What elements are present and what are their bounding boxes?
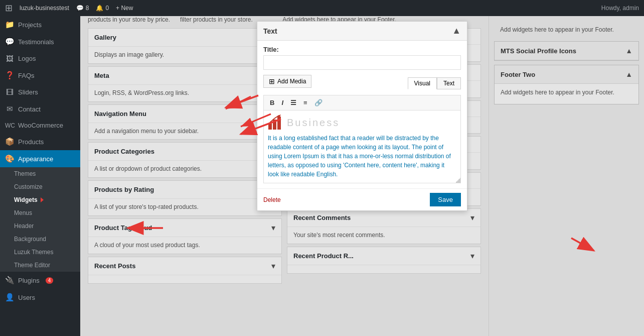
sidebar-item-products[interactable]: 📦 Products	[0, 133, 80, 150]
themes-label: Themes	[14, 170, 36, 177]
new-label: + New	[116, 5, 133, 12]
resize-handle[interactable]	[455, 178, 460, 183]
sidebar-label-users: Users	[18, 294, 35, 301]
brand-chart-icon	[268, 115, 284, 131]
popup-header: Text ▲	[257, 22, 467, 41]
svg-rect-1	[273, 120, 276, 130]
appearance-submenu: Themes Customize Widgets Menus Header Ba…	[0, 167, 80, 272]
save-button[interactable]: Save	[430, 193, 461, 206]
sidebar-sub-menus[interactable]: Menus	[0, 206, 80, 219]
svg-line-4	[226, 96, 251, 109]
sidebar-item-testimonials[interactable]: 💬 Testimonials	[0, 33, 80, 50]
sidebar-label-faqs: FAQs	[18, 72, 35, 79]
products-icon: 📦	[5, 137, 14, 146]
ordered-list-button[interactable]: ≡	[300, 97, 310, 108]
howdy-label: Howdy, admin	[601, 5, 639, 12]
editor-text-content: It is a long established fact that a rea…	[268, 134, 456, 179]
sidebar-label-appearance: Appearance	[18, 155, 53, 163]
sidebar-sub-widgets[interactable]: Widgets	[0, 193, 80, 206]
arrow1	[226, 96, 251, 109]
brand-text-label: Business	[287, 115, 340, 130]
add-media-label: Add Media	[277, 78, 306, 85]
italic-button[interactable]: I	[278, 97, 286, 108]
faqs-icon: ❓	[5, 71, 14, 80]
main-wrap: 📁 Projects 💬 Testimonials 🖼 Logos ❓ FAQs…	[0, 16, 644, 336]
editor-toolbar: B I ☰ ≡ 🔗	[263, 95, 461, 110]
popup-title: Text	[263, 27, 277, 35]
appearance-icon: 🎨	[5, 154, 14, 163]
text-tab-label: Text	[443, 80, 454, 87]
sidebar-sub-background[interactable]: Background	[0, 233, 80, 246]
editor-tabs: Visual Text	[408, 77, 461, 89]
widgets-arrow-indicator	[41, 197, 44, 202]
comment-count: 8	[86, 5, 89, 12]
popup-footer: Delete Save	[257, 188, 467, 210]
sidebar-label-sliders: Sliders	[18, 88, 38, 96]
header-label: Header	[14, 222, 34, 230]
sidebar-item-contact[interactable]: ✉ Contact	[0, 100, 80, 118]
sidebar-item-faqs[interactable]: ❓ FAQs	[0, 67, 80, 84]
sidebar-item-sliders[interactable]: 🎞 Sliders	[0, 84, 80, 100]
testimonials-icon: 💬	[5, 37, 14, 46]
theme-editor-label: Theme Editor	[14, 262, 50, 269]
sliders-icon: 🎞	[5, 88, 14, 96]
add-media-button[interactable]: ⊞ Add Media	[263, 75, 311, 88]
add-media-icon: ⊞	[269, 77, 275, 85]
widgets-label: Widgets	[14, 196, 38, 203]
customize-label: Customize	[14, 183, 43, 190]
text-widget-popup: Text ▲ Title: ⊞ Add Media Visual	[257, 21, 467, 211]
contact-icon: ✉	[5, 104, 14, 114]
background-label: Background	[14, 236, 46, 243]
visual-tab-button[interactable]: Visual	[408, 77, 437, 89]
editor-content: Business It is a long established fact t…	[268, 115, 456, 179]
sidebar-sub-customize[interactable]: Customize	[0, 180, 80, 193]
editor-area-wrap: Business It is a long established fact t…	[263, 110, 461, 183]
admin-bar: ⊞ luzuk-businesstest 💬 8 🔔 0 + New Howdy…	[0, 0, 644, 16]
logos-icon: 🖼	[5, 54, 14, 63]
link-button[interactable]: 🔗	[311, 97, 326, 108]
sidebar-sub-themes[interactable]: Themes	[0, 167, 80, 180]
sidebar-label-contact: Contact	[18, 105, 41, 113]
sidebar-label-logos: Logos	[18, 55, 36, 62]
luzuk-themes-label: Luzuk Themes	[14, 249, 54, 256]
menus-label: Menus	[14, 209, 32, 216]
text-tab-button[interactable]: Text	[437, 77, 461, 89]
sidebar-label-plugins: Plugins	[18, 277, 40, 284]
editor-area[interactable]: Business It is a long established fact t…	[263, 110, 461, 183]
woocommerce-icon: WC	[5, 122, 14, 129]
sidebar-label-projects: Projects	[18, 21, 42, 29]
site-name-label: luzuk-businesstest	[20, 5, 69, 12]
sidebar-label-products: Products	[18, 138, 44, 146]
visual-tab-label: Visual	[414, 80, 430, 87]
popup-collapse-button[interactable]: ▲	[452, 26, 461, 36]
sidebar-item-logos[interactable]: 🖼 Logos	[0, 50, 80, 67]
popup-body: Title: ⊞ Add Media Visual Text	[257, 41, 467, 188]
plugins-icon: 🔌	[5, 276, 14, 285]
sidebar-sub-luzuk-themes[interactable]: Luzuk Themes	[0, 246, 80, 259]
notif-bar-item[interactable]: 🔔 0	[96, 5, 109, 12]
svg-rect-0	[268, 124, 272, 130]
sidebar-item-projects[interactable]: 📁 Projects	[0, 16, 80, 33]
popup-overlay: Text ▲ Title: ⊞ Add Media Visual	[80, 16, 644, 336]
sidebar-sub-theme-editor[interactable]: Theme Editor	[0, 259, 80, 272]
sidebar-sub-header[interactable]: Header	[0, 219, 80, 233]
sidebar-item-appearance[interactable]: 🎨 Appearance	[0, 150, 80, 167]
wp-logo-icon[interactable]: ⊞	[5, 3, 13, 14]
sidebar-item-woocommerce[interactable]: WC WooCommerce	[0, 118, 80, 133]
unordered-list-button[interactable]: ☰	[287, 97, 299, 108]
sidebar-item-users[interactable]: 👤 Users	[0, 289, 80, 306]
sidebar-item-plugins[interactable]: 🔌 Plugins 4	[0, 272, 80, 289]
users-icon: 👤	[5, 293, 14, 302]
comments-bar-item[interactable]: 💬 8	[76, 5, 89, 12]
title-input-field[interactable]	[263, 55, 461, 70]
delete-link[interactable]: Delete	[263, 196, 281, 203]
notif-count: 0	[105, 5, 109, 12]
site-name-bar[interactable]: luzuk-businesstest	[20, 5, 69, 12]
new-bar-item[interactable]: + New	[116, 5, 133, 12]
notif-icon: 🔔	[96, 5, 103, 12]
bold-button[interactable]: B	[267, 97, 277, 108]
content-area: products in your store by price. filter …	[80, 16, 644, 336]
title-field-label: Title:	[263, 46, 461, 53]
projects-icon: 📁	[5, 20, 14, 29]
sidebar: 📁 Projects 💬 Testimonials 🖼 Logos ❓ FAQs…	[0, 16, 80, 336]
